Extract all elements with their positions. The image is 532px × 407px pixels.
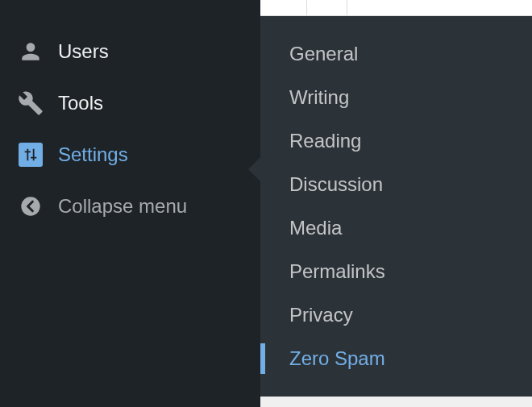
flyout-item-label: Privacy (289, 304, 353, 326)
flyout-item-zero-spam[interactable]: Zero Spam (260, 337, 532, 380)
sidebar-item-collapse[interactable]: Collapse menu (0, 181, 260, 232)
flyout-item-label: Media (289, 217, 342, 239)
flyout-item-label: Permalinks (289, 260, 385, 282)
users-icon (16, 37, 45, 66)
flyout-arrow (248, 157, 260, 181)
flyout-item-reading[interactable]: Reading (260, 119, 532, 163)
sidebar-item-tools[interactable]: Tools (0, 77, 260, 129)
flyout-item-label: Reading (289, 130, 361, 152)
grid-line (347, 0, 347, 16)
svg-point-0 (21, 197, 39, 215)
grid-line (306, 0, 307, 16)
flyout-item-discussion[interactable]: Discussion (260, 163, 532, 206)
sidebar-item-label: Collapse menu (58, 195, 187, 218)
sidebar-item-label: Settings (58, 143, 128, 166)
flyout-item-permalinks[interactable]: Permalinks (260, 250, 532, 293)
admin-sidebar: Users Tools Settings Collapse menu (0, 0, 260, 407)
settings-flyout: General Writing Reading Discussion Media… (260, 16, 532, 397)
flyout-item-label: Zero Spam (289, 347, 385, 369)
sidebar-item-label: Users (58, 40, 109, 63)
flyout-item-label: General (289, 43, 358, 64)
settings-icon (16, 140, 45, 169)
collapse-icon (16, 192, 45, 221)
flyout-item-label: Writing (289, 86, 349, 108)
flyout-item-media[interactable]: Media (260, 206, 532, 250)
flyout-item-writing[interactable]: Writing (260, 76, 532, 119)
sidebar-item-label: Tools (58, 92, 103, 114)
flyout-item-general[interactable]: General (260, 32, 532, 76)
tools-icon (16, 89, 45, 118)
flyout-item-privacy[interactable]: Privacy (260, 293, 532, 337)
sidebar-item-settings[interactable]: Settings (0, 129, 260, 181)
flyout-item-label: Discussion (289, 173, 383, 195)
sidebar-item-users[interactable]: Users (0, 26, 260, 77)
content-area-strip (260, 0, 532, 16)
